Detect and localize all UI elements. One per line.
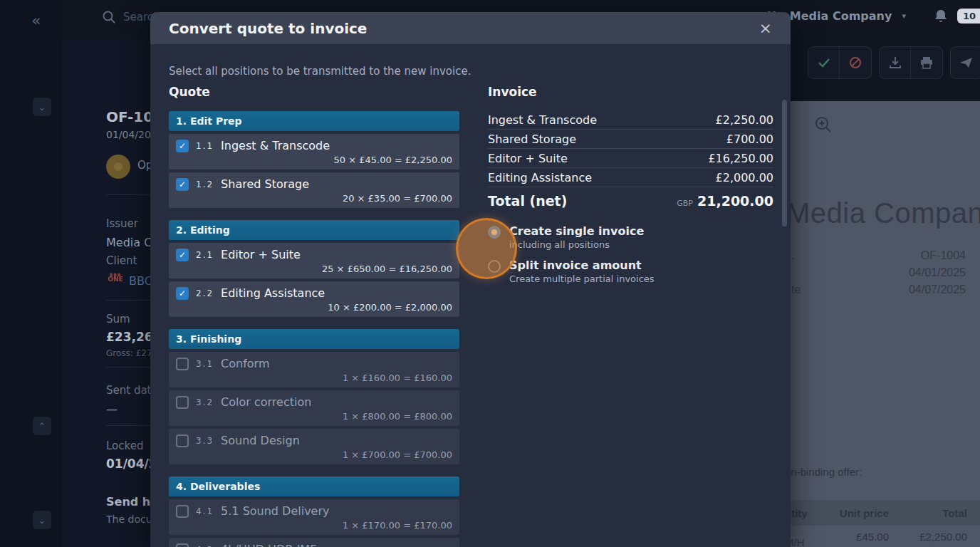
item-formula: 50 × £45.00 = £2,250.00	[176, 155, 452, 165]
invoice-column: Invoice Ingest & Transcode£2,250.00 Shar…	[488, 85, 773, 284]
zoom-in-icon[interactable]	[814, 115, 833, 134]
doc-date2: 04/07/2025	[909, 283, 966, 296]
item-formula: 1 × £170.00 = £170.00	[176, 520, 452, 531]
checkbox-unchecked[interactable]	[176, 358, 189, 370]
reject-button[interactable]	[840, 47, 871, 78]
issuer-label: Issuer	[106, 217, 138, 230]
doc-number: OF-1004	[921, 249, 966, 262]
checkbox-checked[interactable]: ✓	[176, 287, 189, 300]
left-rail	[0, 0, 62, 547]
quote-item[interactable]: 3.3 Sound Design 1 × £700.00 = £700.00	[169, 429, 459, 464]
notification-badge[interactable]: 10	[957, 9, 980, 24]
item-formula: 20 × £35.00 = £700.00	[176, 193, 452, 204]
modal-subtitle: Select all positions to be transmitted t…	[169, 65, 471, 78]
total-value: 21,200.00	[697, 193, 773, 209]
doc-table-header: ntity Unit price Total	[782, 500, 980, 526]
quote-item[interactable]: 4.2 4k/UHD HDR IMF	[169, 538, 459, 547]
total-label: Total (net)	[488, 193, 567, 209]
item-formula: 10 × £200.00 = £2,000.00	[176, 302, 452, 313]
quote-item[interactable]: ✓ 2.1 Editor + Suite 25 × £650.00 = £16,…	[169, 243, 459, 278]
offer-intro-text: on-binding offer:	[785, 466, 862, 478]
document-toolbar	[808, 46, 980, 79]
checkbox-checked[interactable]: ✓	[176, 140, 189, 152]
section-header: 3. Finishing	[169, 329, 459, 349]
close-icon[interactable]: ×	[759, 21, 772, 36]
click-highlight	[456, 218, 517, 279]
document-preview: s Media Company o. OF-1004 04/01/2025 at…	[782, 101, 980, 547]
download-button[interactable]	[880, 47, 911, 78]
rail-chevron-down-icon[interactable]: ⌄	[33, 98, 51, 116]
quote-item[interactable]: 4.1 5.1 Sound Delivery 1 × £170.00 = £17…	[169, 499, 459, 535]
doc-table-row: 0 M/H £45.00 £2,250.00	[782, 526, 980, 547]
quote-item[interactable]: 3.1 Conform 1 × £160.00 = £160.00	[169, 352, 459, 387]
convert-quote-modal: Convert quote to invoice × Select all po…	[150, 12, 791, 547]
gross-value: Gross: £27,	[106, 348, 155, 358]
invoice-row: Shared Storage£700.00	[488, 130, 773, 149]
invoice-heading: Invoice	[488, 85, 773, 99]
company-dropdown-icon[interactable]: ▾	[902, 11, 906, 21]
quote-section: 3. Finishing 3.1 Conform 1 × £160.00 = £…	[169, 329, 459, 464]
currency-code: GBP	[677, 199, 693, 208]
invoice-row: Editing Assistance£2,000.00	[488, 168, 773, 187]
quote-section: 4. Deliverables 4.1 5.1 Sound Delivery 1…	[169, 476, 459, 547]
send-history-sub: The docu	[106, 514, 152, 525]
quote-item[interactable]: ✓ 1.2 Shared Storage 20 × £35.00 = £700.…	[169, 172, 459, 208]
rail-chevron-down2-icon[interactable]: ⌄	[33, 511, 51, 529]
locked-value: 01/04/2	[106, 457, 157, 471]
search-icon	[102, 10, 116, 24]
checkbox-unchecked[interactable]	[176, 543, 189, 547]
sidebar-collapse-icon[interactable]: «	[31, 11, 41, 29]
sent-date-value: —	[106, 402, 118, 416]
quote-item[interactable]: ✓ 2.2 Editing Assistance 10 × £200.00 = …	[169, 281, 459, 317]
company-name[interactable]: Media Company	[790, 9, 892, 23]
section-header: 4. Deliverables	[169, 476, 459, 496]
doc-date1: 04/01/2025	[909, 266, 966, 279]
status-avatar	[106, 155, 130, 179]
item-formula: 25 × £650.00 = £16,250.00	[176, 264, 452, 274]
issuer-value: Media C	[106, 236, 152, 249]
modal-header: Convert quote to invoice ×	[150, 12, 791, 44]
modal-title: Convert quote to invoice	[169, 20, 367, 37]
section-header: 1. Edit Prep	[169, 111, 459, 131]
quote-section: 2. Editing ✓ 2.1 Editor + Suite 25 × £65…	[169, 220, 459, 317]
checkbox-checked[interactable]: ✓	[176, 178, 189, 191]
quote-column: Quote 1. Edit Prep ✓ 1.1 Ingest & Transc…	[169, 85, 459, 547]
option-split-invoice[interactable]: Split invoice amount Create multiple par…	[488, 259, 773, 284]
checkbox-checked[interactable]: ✓	[176, 249, 189, 261]
print-button[interactable]	[911, 47, 942, 78]
invoice-row: Ingest & Transcode£2,250.00	[488, 110, 773, 130]
approve-button[interactable]	[808, 47, 840, 78]
invoice-total-row: Total (net) GBP21,200.00	[488, 187, 773, 209]
invoice-row: Editor + Suite£16,250.00	[488, 149, 773, 168]
option-single-invoice[interactable]: Create single invoice including all posi…	[488, 224, 773, 250]
checkbox-unchecked[interactable]	[176, 434, 189, 447]
quote-item[interactable]: 3.2 Color correction 1 × £800.00 = £800.…	[169, 390, 459, 426]
item-formula: 1 × £700.00 = £700.00	[176, 449, 452, 460]
quote-item[interactable]: ✓ 1.1 Ingest & Transcode 50 × £45.00 = £…	[169, 134, 459, 170]
client-value[interactable]: BBC	[129, 274, 152, 288]
client-label: Client	[106, 254, 137, 267]
section-header: 2. Editing	[169, 220, 459, 240]
rail-chevron-up-icon[interactable]: ⌃	[33, 417, 51, 435]
invoice-options: Create single invoice including all posi…	[488, 224, 773, 284]
modal-scrollbar[interactable]	[782, 100, 787, 226]
bell-icon[interactable]	[934, 9, 947, 24]
client-logo: BBB ONE	[106, 273, 125, 287]
quote-heading: Quote	[169, 85, 459, 99]
document-company-name: Media Company	[786, 197, 980, 229]
checkbox-unchecked[interactable]	[176, 505, 189, 518]
sidebar-doc-date: 01/04/20	[106, 129, 151, 140]
send-button[interactable]	[951, 47, 980, 78]
quote-section: 1. Edit Prep ✓ 1.1 Ingest & Transcode 50…	[169, 111, 459, 208]
sum-label: Sum	[106, 313, 130, 325]
checkbox-unchecked[interactable]	[176, 396, 189, 409]
locked-label: Locked	[106, 439, 143, 452]
item-formula: 1 × £800.00 = £800.00	[176, 411, 452, 422]
item-formula: 1 × £160.00 = £160.00	[176, 373, 452, 383]
